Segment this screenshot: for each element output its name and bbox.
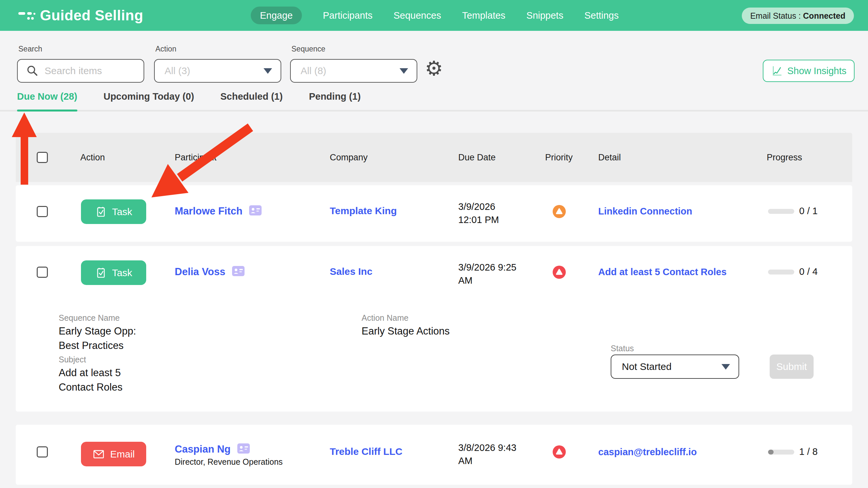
participant-name: Caspian Ng (175, 444, 231, 455)
due-date-line: 3/9/2026 9:25 (458, 261, 527, 274)
due-date-line: 3/8/2026 9:43 (458, 441, 527, 454)
chevron-down-icon (400, 68, 408, 74)
progress-bar (768, 450, 794, 455)
task-action-button[interactable]: Task (81, 261, 146, 285)
email-status-value: Connected (803, 11, 845, 20)
progress-bar (768, 270, 794, 274)
detail-email-link[interactable]: caspian@treblecliff.io (598, 447, 697, 458)
contact-card-icon[interactable] (232, 266, 245, 276)
tab-due-now[interactable]: Due Now (28) (17, 91, 78, 110)
action-filter-value: All (3) (164, 65, 190, 77)
chevron-down-icon (721, 364, 730, 370)
guided-selling-app: Guided Selling Engage Participants Seque… (0, 0, 868, 488)
subject-value: Add at least 5 Contact Roles (59, 366, 123, 395)
search-box (17, 59, 144, 83)
contact-card-icon[interactable] (249, 205, 261, 215)
nav-tab-sequences[interactable]: Sequences (394, 6, 441, 24)
logo-icon (18, 9, 35, 22)
task-clipboard-icon (95, 267, 107, 279)
email-button-label: Email (110, 449, 135, 460)
task-clipboard-icon (95, 206, 107, 218)
detail-link[interactable]: Linkedin Connection (598, 206, 692, 217)
column-header-action: Action (80, 152, 105, 163)
app-title: Guided Selling (40, 7, 143, 24)
tab-pending[interactable]: Pending (1) (309, 91, 361, 110)
column-header-detail: Detail (598, 152, 621, 163)
email-action-button[interactable]: Email (81, 442, 146, 466)
task-action-button[interactable]: Task (81, 200, 146, 224)
nav-tab-snippets[interactable]: Snippets (526, 6, 563, 24)
participant-link[interactable]: Delia Voss (175, 266, 245, 278)
show-insights-label: Show Insights (787, 66, 847, 77)
show-insights-button[interactable]: Show Insights (763, 60, 855, 82)
status-select[interactable]: Not Started (611, 355, 739, 379)
queue-tabs: Due Now (28) Upcoming Today (0) Schedule… (0, 91, 868, 112)
participant-link[interactable]: Marlowe Fitch (175, 205, 261, 217)
column-header-priority: Priority (545, 152, 572, 163)
row-checkbox[interactable] (37, 267, 48, 278)
progress-label: 0 / 1 (799, 206, 817, 216)
select-all-checkbox[interactable] (37, 152, 48, 163)
subject-label: Subject (59, 355, 86, 364)
email-envelope-icon (92, 449, 105, 460)
priority-high-icon (553, 445, 566, 458)
due-date: 3/8/2026 9:43 AM (458, 441, 527, 467)
nav-tab-participants[interactable]: Participants (323, 6, 373, 24)
subject-line: Add at least 5 (59, 366, 123, 380)
company-link[interactable]: Sales Inc (330, 266, 372, 277)
table-row-expanded: Task Delia Voss Sales Inc 3/9/2026 9:25 … (16, 246, 852, 411)
due-date-line: 3/9/2026 (458, 200, 527, 213)
email-status-badge: Email Status : Connected (742, 7, 854, 24)
action-name-value: Early Stage Actions (362, 324, 450, 338)
app-logo: Guided Selling (18, 0, 143, 31)
company-link[interactable]: Template King (330, 205, 397, 216)
table-row: Task Marlowe Fitch Template King 3/9/202… (16, 185, 852, 242)
task-button-label: Task (112, 206, 132, 217)
submit-button[interactable]: Submit (770, 355, 814, 379)
task-button-label: Task (112, 267, 132, 278)
action-filter-select[interactable]: All (3) (154, 59, 281, 83)
gear-icon[interactable]: ⚙ (425, 58, 443, 79)
contact-card-icon[interactable] (237, 444, 250, 454)
nav-tab-templates[interactable]: Templates (462, 6, 505, 24)
due-date: 3/9/2026 12:01 PM (458, 200, 527, 226)
detail-link[interactable]: Add at least 5 Contact Roles (598, 267, 727, 277)
status-label: Status (611, 344, 634, 353)
priority-high-icon (553, 266, 566, 279)
sequence-name-label: Sequence Name (59, 313, 120, 323)
participant-name: Delia Voss (175, 266, 225, 277)
sequence-filter-value: All (8) (301, 65, 326, 77)
tab-upcoming-today[interactable]: Upcoming Today (0) (103, 91, 194, 110)
participant-title: Director, Revenue Operations (175, 457, 283, 467)
due-date-line: 12:01 PM (458, 213, 527, 226)
nav-tab-engage[interactable]: Engage (251, 6, 302, 24)
tab-scheduled[interactable]: Scheduled (1) (220, 91, 283, 110)
sequence-name-line: Best Practices (59, 338, 136, 353)
search-label: Search (18, 44, 42, 54)
action-filter-label: Action (155, 44, 176, 54)
company-link[interactable]: Treble Cliff LLC (330, 446, 403, 457)
column-header-participant: Participant (175, 152, 217, 163)
chart-line-icon (771, 65, 783, 77)
status-value: Not Started (622, 361, 672, 372)
priority-medium-icon (553, 205, 566, 218)
nav-tab-settings[interactable]: Settings (585, 6, 619, 24)
column-header-due-date: Due Date (458, 152, 496, 163)
search-input[interactable] (44, 65, 140, 77)
column-header-company: Company (330, 152, 368, 163)
subject-line: Contact Roles (59, 380, 123, 395)
row-checkbox[interactable] (37, 446, 48, 458)
sequence-name-value: Early Stage Opp: Best Practices (59, 324, 136, 353)
due-date-line: AM (458, 274, 527, 287)
table-row: Email Caspian Ng Director, Revenue Opera… (16, 425, 852, 485)
table-header: Action Participant Company Due Date Prio… (16, 133, 852, 182)
sequence-filter-label: Sequence (291, 44, 326, 54)
participant-link[interactable]: Caspian Ng (175, 444, 250, 455)
chevron-down-icon (264, 68, 272, 74)
sequence-filter-select[interactable]: All (8) (290, 59, 417, 83)
column-header-progress: Progress (767, 152, 802, 163)
progress-label: 1 / 8 (799, 446, 817, 457)
row-checkbox[interactable] (37, 206, 48, 217)
participant-name: Marlowe Fitch (175, 205, 243, 217)
due-date-line: AM (458, 454, 527, 467)
